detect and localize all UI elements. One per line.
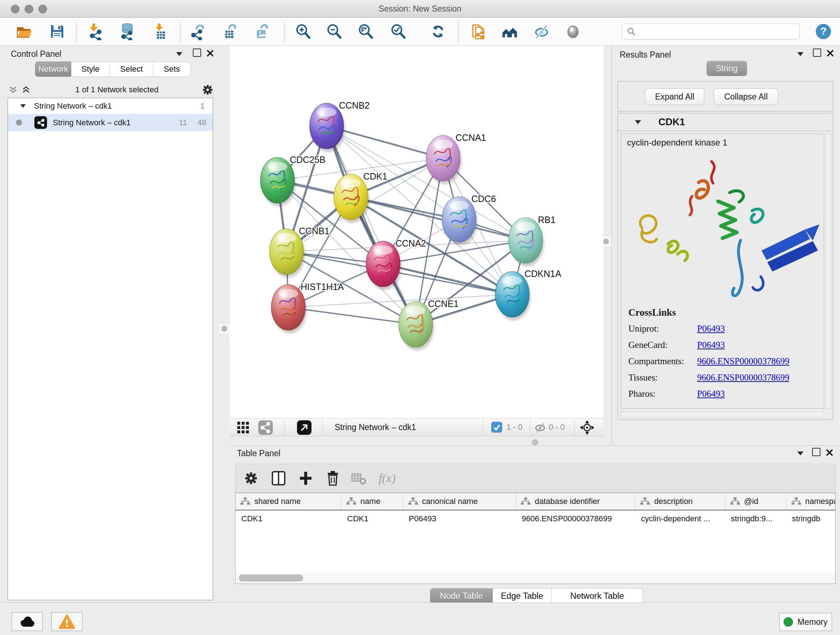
column-header-description[interactable]: description	[635, 493, 725, 510]
export-image-icon[interactable]	[252, 22, 270, 41]
edge-HIST1H1A-CCNE1[interactable]	[288, 307, 416, 325]
table-horizontal-scrollbar[interactable]	[236, 573, 835, 583]
zoom-fit-icon[interactable]	[357, 22, 375, 41]
save-session-icon[interactable]	[48, 22, 66, 41]
search-input[interactable]	[639, 27, 799, 36]
tab-node-table[interactable]: Node Table	[430, 588, 493, 603]
fit-crosshair-icon[interactable]	[580, 420, 594, 435]
create-column-plus-icon[interactable]	[297, 470, 314, 486]
panel-menu-icon[interactable]	[795, 49, 806, 59]
table-scrollbar-thumb[interactable]	[239, 575, 303, 581]
open-session-icon[interactable]	[15, 22, 33, 41]
node-CCNA1[interactable]: CCNA1	[426, 133, 486, 184]
crosslink-link[interactable]: P06493	[697, 340, 725, 350]
table-settings-gear-icon[interactable]	[243, 470, 259, 486]
show-columns-icon[interactable]	[270, 470, 287, 486]
column-header-name[interactable]: name	[341, 493, 403, 510]
results-horizontal-scrollbar[interactable]	[621, 412, 824, 417]
sphere-icon[interactable]	[564, 22, 582, 41]
node-CDC6[interactable]: CDC6	[442, 194, 496, 245]
hidden-eye-icon[interactable]	[533, 420, 547, 435]
column-label: namespace	[805, 497, 836, 506]
import-network-file-icon[interactable]	[87, 22, 105, 41]
zoom-in-icon[interactable]	[294, 22, 312, 41]
tab-string[interactable]: String	[706, 61, 747, 76]
crosslink-link[interactable]: P06493	[697, 389, 725, 399]
panel-close-icon[interactable]	[825, 48, 836, 59]
panel-close-icon[interactable]	[824, 447, 835, 458]
export-table-icon[interactable]	[221, 22, 239, 41]
import-network-database-icon[interactable]	[118, 22, 136, 41]
table-row[interactable]: CDK1CDK1P064939606.ENSP00000378699cyclin…	[235, 510, 836, 527]
memory-button[interactable]: Memory	[779, 613, 832, 631]
crosslink-link[interactable]: P06493	[697, 324, 725, 334]
column-header-shared-name[interactable]: shared name	[235, 493, 341, 510]
left-splitter-handle[interactable]	[218, 323, 230, 334]
panel-menu-icon[interactable]	[795, 448, 806, 459]
birdseye-view-icon[interactable]	[297, 420, 311, 435]
node-RB1[interactable]: RB1	[508, 215, 556, 266]
network-options-gear-icon[interactable]	[202, 84, 213, 95]
column-header-canonical-name[interactable]: canonical name	[403, 493, 516, 510]
node-CDKN1A[interactable]: CDKN1A	[495, 269, 561, 320]
function-builder-icon[interactable]: f(x)	[379, 470, 395, 486]
gene-collapse-icon[interactable]	[632, 117, 643, 127]
delete-table-icon[interactable]	[351, 470, 367, 486]
gene-header-row[interactable]: CDK1	[618, 113, 833, 131]
collection-collapse-icon[interactable]	[17, 101, 28, 111]
network-graph: CCNB2CCNA1CDC25BCDK1CDC6RB1CCNB1CCNA2CDK…	[230, 46, 603, 418]
export-network-icon[interactable]	[189, 22, 207, 41]
panel-menu-icon[interactable]	[174, 49, 185, 59]
panel-float-icon[interactable]	[813, 49, 821, 57]
results-vertical-scrollbar[interactable]	[826, 134, 831, 409]
edge-CCNB2-CCNE1[interactable]	[327, 126, 416, 325]
network-share-badge-icon[interactable]	[258, 420, 273, 435]
node-CDC25B[interactable]: CDC25B	[261, 155, 325, 206]
selected-checkbox-icon[interactable]	[491, 421, 502, 433]
refresh-icon[interactable]	[429, 22, 447, 41]
node-CCNB2[interactable]: CCNB2	[309, 100, 370, 152]
toolbar-separator	[574, 420, 575, 435]
node-HIST1H1A[interactable]: HIST1H1A	[271, 282, 344, 333]
tab-network[interactable]: Network	[35, 62, 71, 77]
collapse-all-button[interactable]: Collapse All	[714, 88, 778, 105]
node-label-CDK1: CDK1	[363, 171, 387, 181]
bottom-splitter-handle[interactable]	[532, 439, 538, 446]
clone-network-icon[interactable]	[470, 22, 488, 41]
expand-all-networks-icon[interactable]	[8, 84, 19, 95]
hide-graphics-eye-icon[interactable]	[532, 22, 551, 41]
column-header--id[interactable]: @id	[725, 493, 786, 510]
warning-button[interactable]	[51, 612, 82, 631]
help-icon[interactable]: ?	[814, 22, 832, 41]
network-canvas[interactable]: CCNB2CCNA1CDC25BCDK1CDC6RB1CCNB1CCNA2CDK…	[230, 46, 603, 418]
panel-close-icon[interactable]	[205, 48, 216, 59]
tab-style[interactable]: Style	[71, 62, 110, 77]
table-cell: CDK1	[341, 510, 403, 527]
tab-sets[interactable]: Sets	[153, 62, 191, 77]
expand-all-button[interactable]: Expand All	[645, 88, 704, 105]
column-type-icon	[409, 497, 418, 505]
delete-column-trash-icon[interactable]	[325, 470, 341, 486]
grid-view-icon[interactable]	[236, 420, 250, 435]
zoom-out-icon[interactable]	[325, 22, 343, 41]
cloud-button[interactable]	[11, 612, 43, 631]
node-CCNA2[interactable]: CCNA2	[366, 238, 426, 290]
crosslink-link[interactable]: 9606.ENSP00000378699	[697, 356, 789, 366]
tab-select[interactable]: Select	[110, 62, 153, 77]
panel-float-icon[interactable]	[193, 49, 201, 57]
network-selection-status: 1 of 1 Network selected	[32, 85, 202, 95]
collapse-all-networks-icon[interactable]	[21, 84, 32, 95]
crosslink-link[interactable]: 9606.ENSP00000378699	[697, 372, 789, 383]
column-header-namespace[interactable]: namespace	[786, 493, 836, 510]
network-row-selected[interactable]: String Network – cdk1 11 48	[8, 114, 213, 131]
zoom-selected-icon[interactable]	[389, 22, 407, 41]
edge-CCNA2-CDKN1A[interactable]	[383, 264, 512, 295]
column-header-database-identifier[interactable]: database identifier	[516, 493, 635, 510]
node-CCNE1[interactable]: CCNE1	[399, 299, 459, 350]
tab-edge-table[interactable]: Edge Table	[493, 588, 552, 603]
network-collection-row[interactable]: String Network – cdk1 1	[8, 98, 213, 114]
tab-network-table[interactable]: Network Table	[552, 588, 643, 603]
import-table-file-icon[interactable]	[152, 22, 170, 41]
panel-float-icon[interactable]	[812, 448, 821, 456]
houses-icon[interactable]	[501, 22, 519, 41]
